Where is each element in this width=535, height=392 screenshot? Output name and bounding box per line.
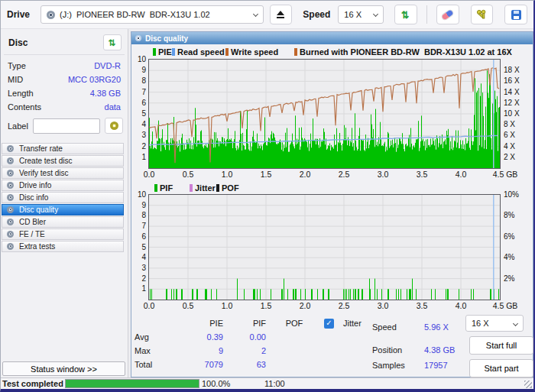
resize-grip[interactable]	[524, 381, 532, 388]
y-axis-tick: 1	[131, 153, 146, 161]
disc-icon	[7, 170, 14, 177]
legend-label: Jitter	[195, 183, 216, 193]
result-value: 4.38 GB	[424, 345, 455, 355]
toolbar-separator	[426, 5, 427, 24]
save-icon	[511, 10, 521, 20]
legend-label: PIF	[160, 183, 173, 193]
disc-icon	[7, 157, 14, 164]
legend-item-pif: PIF	[154, 183, 173, 193]
disc-icon	[7, 231, 14, 238]
disc-field-label: Length	[8, 89, 34, 98]
y-axis-tick: 9	[131, 66, 146, 74]
jitter-checkbox[interactable]: ✓	[324, 319, 334, 329]
sidebar-item-disc-info[interactable]: Disc info	[2, 192, 124, 203]
stats-row: Total707963	[133, 358, 385, 371]
erase-disc-button[interactable]	[436, 5, 459, 24]
eject-icon	[276, 11, 285, 18]
disc-refresh-button[interactable]	[103, 34, 122, 50]
drive-select[interactable]: (J:) PIONEER BD-RW BDR-X13U 1.02	[41, 5, 264, 24]
panel-title: Disc quality	[145, 34, 188, 43]
disc-icon	[7, 194, 14, 201]
y-axis-tick: 6	[131, 232, 146, 241]
y-axis-tick: 10	[131, 190, 146, 199]
start-part-button[interactable]: Start part	[469, 359, 533, 377]
y-axis-right-tick: 8 X	[504, 120, 533, 128]
y-axis-tick: 5	[131, 109, 146, 118]
progress-bar	[65, 379, 199, 388]
sidebar-item-transfer-rate[interactable]: Transfer rate	[2, 143, 124, 154]
start-full-button[interactable]: Start full	[469, 336, 533, 355]
sidebar-item-label: Extra tests	[19, 242, 55, 251]
y-axis-right-tick: 2 X	[504, 153, 533, 161]
legend-item-write-speed: Write speed	[225, 47, 278, 57]
y-axis-right-tick: 2%	[504, 274, 533, 283]
stats-value: 2	[223, 346, 266, 355]
label-input[interactable]	[33, 118, 100, 134]
progress-percent: 100.0%	[202, 379, 230, 388]
disc-icon	[7, 243, 14, 250]
pif-plot	[149, 195, 500, 300]
sidebar-item-label: Create test disc	[19, 157, 72, 165]
legend-swatch	[154, 184, 157, 192]
stats-row: Max92	[133, 344, 385, 358]
y-axis-tick: 3	[131, 131, 146, 139]
legend-swatch	[153, 48, 156, 56]
test-speed-select[interactable]: 16 X	[465, 315, 524, 332]
y-axis-right-tick: 6%	[504, 232, 533, 241]
disc-field-row: Contentsdata	[1, 100, 128, 114]
write-label-button[interactable]	[105, 118, 123, 134]
x-axis-tick: 2.5	[332, 170, 356, 179]
y-axis-tick: 9	[131, 201, 146, 209]
stats-header-row: PIEPIFPOF✓Jitter	[133, 316, 385, 330]
status-text: Test completed	[2, 379, 63, 388]
sidebar-item-extra-tests[interactable]: Extra tests	[2, 241, 124, 252]
keys-icon	[475, 8, 488, 21]
sidebar-item-disc-quality[interactable]: Disc quality	[2, 204, 124, 215]
y-axis-right-tick: 16 X	[504, 76, 533, 85]
result-value: 5.96 X	[424, 322, 449, 332]
refresh-button[interactable]	[394, 5, 417, 24]
disc-field-value: 4.38 GB	[90, 89, 121, 98]
panel-header: Disc quality	[131, 32, 533, 44]
elapsed-time: 11:00	[264, 379, 285, 388]
legend-swatch	[294, 48, 297, 56]
sidebar-item-verify-test-disc[interactable]: Verify test disc	[2, 167, 124, 179]
drive-select-value: (J:) PIONEER BD-RW BDR-X13U 1.02	[60, 10, 210, 19]
sidebar-item-fe-te[interactable]: FE / TE	[2, 228, 124, 240]
result-row-position: Position4.38 GB	[372, 345, 455, 355]
status-window-button[interactable]: Status window >>	[2, 361, 125, 376]
sidebar-item-label: Drive info	[19, 181, 51, 190]
disc-panel-header: Disc	[1, 29, 128, 53]
result-value: 17957	[424, 361, 448, 370]
disc-field-row: Length4.38 GB	[1, 86, 128, 100]
stats-col-pof: POF	[266, 319, 323, 328]
legend-item-burned-with: Burned with PIONEER BD-RW BDR-X13U 1.02 …	[294, 47, 512, 57]
legend-swatch	[225, 48, 229, 56]
speed-label: Speed	[303, 9, 330, 20]
legend-item-jitter: Jitter	[190, 183, 216, 193]
sidebar-item-cd-bler[interactable]: CD Bler	[2, 216, 124, 228]
status-bar: Test completed 100.0% 11:00	[1, 377, 533, 389]
save-button[interactable]	[504, 5, 527, 24]
sidebar-item-label: FE / TE	[19, 230, 45, 238]
disc-field-label: Type	[8, 61, 26, 70]
result-row-samples: Samples17957	[372, 361, 448, 370]
y-axis-right-tick: 10%	[504, 190, 533, 199]
sidebar-item-create-test-disc[interactable]: Create test disc	[2, 155, 124, 167]
keys-button[interactable]	[471, 5, 494, 24]
disc-field-row: TypeDVD-R	[1, 59, 128, 73]
eject-button[interactable]	[270, 5, 293, 24]
drive-label: Drive	[7, 9, 30, 20]
speed-select[interactable]: 16 X	[338, 5, 384, 24]
app-window: Drive (J:) PIONEER BD-RW BDR-X13U 1.02 S…	[0, 0, 535, 392]
y-axis-right-tick: 14 X	[504, 88, 533, 96]
sidebar-item-label: Disc quality	[19, 206, 58, 214]
x-axis-tick: 2.5	[332, 301, 356, 310]
legend-label: PIE	[158, 47, 172, 57]
progress-fill	[66, 380, 199, 387]
stats-value: 0.39	[170, 332, 223, 342]
disc-panel-title: Disc	[8, 37, 28, 48]
x-axis-tick: 0.5	[176, 170, 200, 179]
sidebar-item-drive-info[interactable]: Drive info	[2, 180, 124, 191]
speed-select-value: 16 X	[344, 10, 362, 19]
